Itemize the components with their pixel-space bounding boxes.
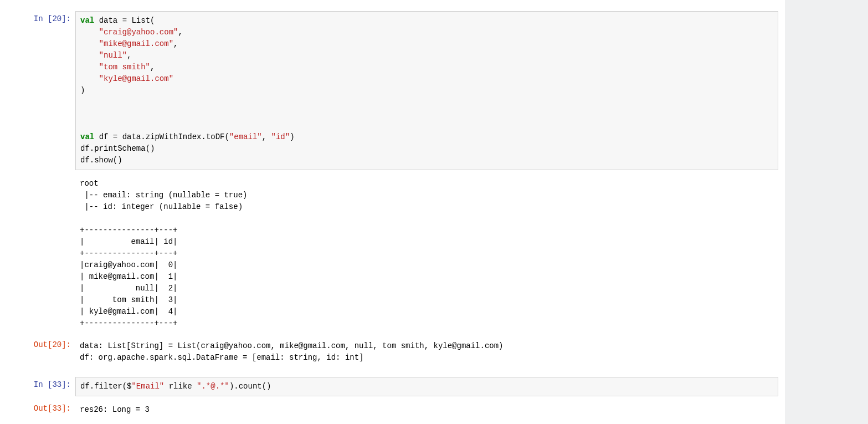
rlike-op: rlike xyxy=(164,382,197,391)
method-call: .count xyxy=(234,382,261,391)
string-literal: "null" xyxy=(99,51,127,60)
op-eq: = xyxy=(113,132,117,141)
method-call: df.filter xyxy=(80,382,122,391)
in-label: In [ xyxy=(34,14,53,23)
var-name: data xyxy=(99,16,118,25)
method-chain: data.zipWithIndex.toDF xyxy=(122,132,225,141)
method-call: df.show xyxy=(80,156,113,165)
string-literal: "email" xyxy=(229,132,262,141)
string-literal: "id" xyxy=(271,132,290,141)
open-paren: ( xyxy=(225,132,229,141)
open-paren: ( xyxy=(122,382,127,391)
right-sidebar-gutter xyxy=(785,0,868,424)
out-suffix: ]: xyxy=(61,404,71,413)
notebook-content: In [20]: val data = List( "craig@yahoo.c… xyxy=(0,0,785,423)
string-literal: "mike@gmail.com" xyxy=(99,39,173,48)
code-input-area[interactable]: df.filter($"Email" rlike ".*@.*").count(… xyxy=(75,377,778,396)
string-literal: "craig@yahoo.com" xyxy=(99,28,178,37)
code-cell: In [20]: val data = List( "craig@yahoo.c… xyxy=(0,11,785,175)
in-suffix: ]: xyxy=(61,14,71,23)
result-output: res26: Long = 3 xyxy=(75,401,778,419)
in-number: 20 xyxy=(52,14,61,23)
out-suffix: ]: xyxy=(61,340,71,349)
empty-prompt xyxy=(0,175,75,178)
in-label: In [ xyxy=(34,380,53,389)
keyword-val: val xyxy=(80,132,94,141)
method-call: df.printSchema xyxy=(80,144,146,153)
code-cell: In [33]: df.filter($"Email" rlike ".*@.*… xyxy=(0,377,785,401)
stdout-output: root |-- email: string (nullable = true)… xyxy=(75,175,778,333)
op-eq: = xyxy=(122,16,127,25)
stdout-cell: root |-- email: string (nullable = true)… xyxy=(0,175,785,337)
code-input-area[interactable]: val data = List( "craig@yahoo.com", "mik… xyxy=(75,11,778,170)
paren-empty: () xyxy=(113,156,122,165)
output-prompt: Out[33]: xyxy=(0,401,75,413)
string-literal: ".*@.*" xyxy=(197,382,229,391)
notebook-page: In [20]: val data = List( "craig@yahoo.c… xyxy=(0,0,868,424)
string-literal: "Email" xyxy=(131,382,164,391)
var-name: df xyxy=(99,132,109,141)
output-prompt: Out[20]: xyxy=(0,337,75,349)
comma: , xyxy=(173,39,178,48)
in-number: 33 xyxy=(52,380,61,389)
input-prompt: In [33]: xyxy=(0,377,75,389)
input-prompt: In [20]: xyxy=(0,11,75,23)
paren-empty: () xyxy=(262,382,271,391)
paren-empty: () xyxy=(146,144,155,153)
comma: , xyxy=(127,51,131,60)
out-label: Out[ xyxy=(34,340,53,349)
close-paren: ) xyxy=(290,132,294,141)
comma: , xyxy=(262,132,266,141)
close-paren: ) xyxy=(80,86,85,95)
output-cell: Out[33]: res26: Long = 3 xyxy=(0,401,785,423)
result-output: data: List[String] = List(craig@yahoo.co… xyxy=(75,337,778,367)
out-label: Out[ xyxy=(34,404,53,413)
output-cell: Out[20]: data: List[String] = List(craig… xyxy=(0,337,785,371)
string-literal: "kyle@gmail.com" xyxy=(99,74,173,83)
string-literal: "tom smith" xyxy=(99,63,150,71)
fn-list: List( xyxy=(131,16,155,25)
keyword-val: val xyxy=(80,16,94,25)
comma: , xyxy=(150,63,155,71)
out-number: 33 xyxy=(52,404,61,413)
comma: , xyxy=(178,28,182,37)
in-suffix: ]: xyxy=(61,380,71,389)
out-number: 20 xyxy=(52,340,61,349)
